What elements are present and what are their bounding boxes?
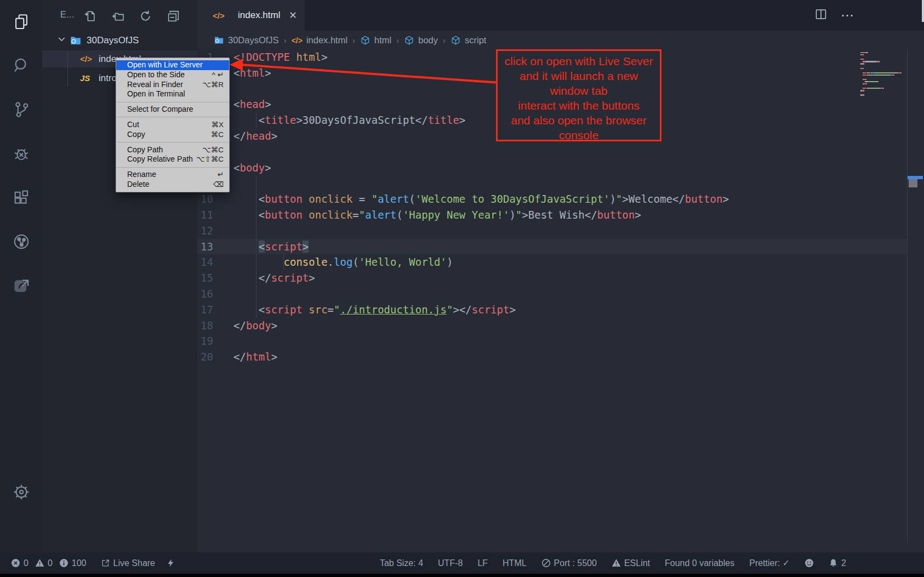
- menu-item-copy[interactable]: Copy⌘C: [116, 130, 229, 140]
- menu-item-copy-relative-path[interactable]: Copy Relative Path⌥⇧⌘C: [116, 155, 229, 164]
- minimap-line: [860, 77, 905, 78]
- menu-item-shortcut: ^ ↵: [212, 70, 224, 80]
- status-bolt[interactable]: [166, 558, 175, 568]
- menu-item-select-for-compare[interactable]: Select for Compare: [116, 105, 229, 115]
- code-line-15[interactable]: 15 </script>: [197, 270, 924, 286]
- minimap-line: [860, 59, 905, 60]
- refresh-explorer-icon[interactable]: [136, 7, 154, 25]
- settings-gear-icon[interactable]: [10, 481, 33, 504]
- menu-item-cut[interactable]: Cut⌘X: [116, 120, 229, 130]
- search-icon[interactable]: [10, 54, 33, 77]
- code-line-11[interactable]: 11 <button onclick="alert('Happy New Yea…: [197, 207, 924, 223]
- menu-item-open-in-terminal[interactable]: Open in Terminal: [116, 89, 229, 99]
- editor-actions: ⋯: [814, 0, 924, 31]
- status-eslint-label: ESLint: [624, 558, 650, 568]
- vscode-window: E... 30DaysOfJS </> in: [0, 0, 924, 577]
- minimap-seg: [875, 72, 891, 73]
- code-line-9[interactable]: 9: [197, 175, 924, 191]
- more-actions-icon[interactable]: ⋯: [841, 8, 855, 23]
- minimap-seg: [863, 72, 866, 73]
- token-punct: ></: [453, 304, 471, 316]
- status-encoding[interactable]: UTF-8: [438, 558, 463, 568]
- code-line-12[interactable]: 12: [197, 223, 924, 239]
- remote-fork-icon[interactable]: [10, 230, 33, 253]
- code-icon: </>: [292, 35, 303, 45]
- status-variables[interactable]: Found 0 variables: [665, 558, 734, 568]
- new-folder-icon[interactable]: [109, 7, 126, 25]
- token-punct: >: [622, 193, 628, 205]
- status-tab-size[interactable]: Tab Size: 4: [380, 558, 423, 568]
- breadcrumb-item-script[interactable]: script: [450, 35, 486, 45]
- tab-close-icon[interactable]: ✕: [289, 9, 297, 21]
- code-line-18[interactable]: 18</body>: [197, 318, 924, 334]
- status-eol[interactable]: LF: [477, 558, 488, 568]
- token-punct: >: [271, 130, 277, 142]
- status-live-share[interactable]: Live Share: [101, 558, 156, 568]
- line-number: 13: [197, 239, 233, 255]
- menu-item-rename[interactable]: Rename↵: [116, 170, 229, 180]
- minimap-seg: [864, 94, 864, 95]
- menu-item-open-with-live-server[interactable]: Open with Live Server: [116, 60, 229, 70]
- scrollbar-handle[interactable]: [909, 179, 917, 187]
- code-line-13[interactable]: 13 <script>: [197, 239, 907, 255]
- menu-separator: [116, 117, 229, 117]
- token-text: 30DaysOfJavaScript: [303, 114, 415, 126]
- menu-item-copy-path[interactable]: Copy Path⌥⌘C: [116, 145, 229, 155]
- status-notifications[interactable]: 2: [829, 558, 846, 568]
- minimap[interactable]: [860, 52, 905, 97]
- live-share-icon[interactable]: [10, 274, 33, 297]
- breadcrumb-item-30daysofjs[interactable]: 30DaysOfJS: [214, 35, 279, 45]
- breadcrumb-item-index-html[interactable]: </>index.html: [292, 35, 347, 45]
- breadcrumb-item-html[interactable]: html: [360, 35, 391, 45]
- code-line-7[interactable]: 7: [197, 144, 924, 160]
- annotation-text-line: click on open with Live Sever: [498, 54, 660, 68]
- chevron-down-icon: [57, 35, 66, 47]
- minimap-seg: [863, 75, 866, 76]
- annotation-text-line: and it will launch a new: [498, 68, 660, 83]
- run-debug-icon[interactable]: [10, 142, 33, 165]
- status-language[interactable]: HTML: [503, 558, 527, 568]
- collapse-folders-icon[interactable]: [164, 7, 182, 25]
- menu-item-label: Copy Path: [127, 145, 202, 155]
- status-port[interactable]: Port : 5500: [541, 558, 597, 568]
- menu-item-shortcut: ⌥⇧⌘C: [196, 155, 224, 164]
- token-func: log: [334, 256, 352, 268]
- new-file-icon[interactable]: [81, 7, 98, 25]
- line-content: </html>: [233, 349, 277, 365]
- breadcrumb-item-body[interactable]: body: [404, 35, 438, 45]
- token-func: alert: [378, 193, 409, 205]
- code-line-20[interactable]: 20</html>: [197, 349, 924, 365]
- status-prettier[interactable]: Prettier: ✓: [749, 558, 790, 568]
- code-line-8[interactable]: 8<body>: [197, 160, 924, 176]
- folder-row-30daysofjs[interactable]: 30DaysOfJS: [42, 32, 197, 49]
- token-link: ./introduction.js: [340, 304, 447, 316]
- line-content: </body>: [233, 318, 277, 334]
- code-line-10[interactable]: 10 <button onclick = "alert('Welcome to …: [197, 191, 924, 207]
- code-line-17[interactable]: 17 <script src="./introduction.js"></scr…: [197, 302, 924, 318]
- minimap-seg: [860, 52, 865, 53]
- source-control-icon[interactable]: [10, 98, 33, 121]
- status-problems[interactable]: 00100: [11, 558, 90, 568]
- menu-item-delete[interactable]: Delete⌫: [116, 180, 229, 190]
- token-string: 'Happy New Year!': [403, 209, 509, 221]
- menu-item-reveal-in-finder[interactable]: Reveal in Finder⌥⌘R: [116, 80, 229, 90]
- code-line-19[interactable]: 19: [197, 333, 924, 349]
- minimap-line: [860, 65, 905, 66]
- status-feedback[interactable]: [805, 558, 814, 568]
- status-tab-size-label: Tab Size: 4: [380, 558, 423, 568]
- code-line-16[interactable]: 16: [197, 286, 924, 302]
- extensions-icon[interactable]: [10, 186, 33, 209]
- annotation-box: click on open with Live Severand it will…: [496, 49, 661, 141]
- status-eslint[interactable]: ESLint: [612, 558, 650, 568]
- editor-scrollbar[interactable]: [922, 0, 924, 22]
- token-punct: >: [265, 98, 271, 110]
- minimap-seg: [860, 81, 865, 82]
- minimap-seg: [883, 88, 884, 89]
- minimap-seg: [885, 75, 890, 76]
- code-line-14[interactable]: 14 console.log('Hello, World'): [197, 254, 924, 270]
- tab-index-html[interactable]: </> index.html ✕: [197, 0, 305, 31]
- split-editor-icon[interactable]: [814, 8, 828, 23]
- explorer-icon[interactable]: [10, 10, 33, 33]
- menu-item-open-to-the-side[interactable]: Open to the Side^ ↵: [116, 70, 229, 80]
- token-punct: ): [609, 193, 615, 205]
